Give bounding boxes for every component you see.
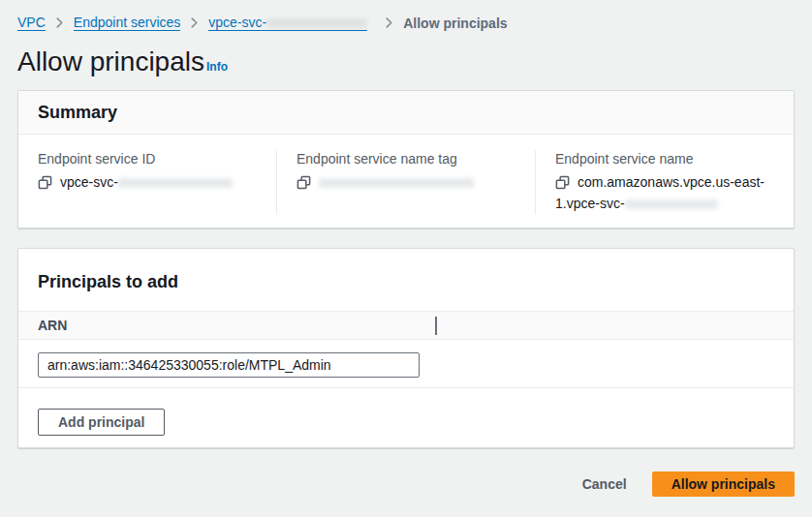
principals-card: Principals to add ARN Add principal xyxy=(17,248,795,448)
field-label: Endpoint service name xyxy=(555,150,774,167)
breadcrumb-service-id-text: vpce-svc- xyxy=(208,15,266,30)
cancel-button[interactable]: Cancel xyxy=(582,476,627,492)
principals-card-footer: Add principal xyxy=(18,388,794,447)
chevron-right-icon xyxy=(54,17,65,28)
copy-icon[interactable] xyxy=(38,175,52,190)
breadcrumb-current-page: Allow principals xyxy=(403,15,507,31)
add-principal-button[interactable]: Add principal xyxy=(38,409,165,436)
arn-column-header: ARN xyxy=(38,318,67,333)
summary-field-endpoint-service-name: Endpoint service name com.amazonaws.vpce… xyxy=(535,150,794,214)
chevron-right-icon xyxy=(189,17,200,28)
breadcrumb: VPC Endpoint services vpce-svc- Allow pr… xyxy=(0,0,812,31)
field-label: Endpoint service name tag xyxy=(297,150,515,167)
field-value: com.amazonaws.vpce.us-east-1.vpce-svc- xyxy=(555,171,774,214)
allow-principals-button[interactable]: Allow principals xyxy=(652,471,795,497)
field-value xyxy=(297,171,515,193)
redacted-text xyxy=(118,178,233,188)
arn-input[interactable] xyxy=(38,352,420,378)
chevron-right-icon xyxy=(384,17,394,28)
endpoint-service-id-value: vpce-svc- xyxy=(60,174,118,190)
page-title: Allow principals xyxy=(17,46,204,77)
summary-card: Summary Endpoint service ID vpce-svc- En… xyxy=(17,90,795,228)
info-link[interactable]: Info xyxy=(206,60,228,74)
redacted-text xyxy=(319,178,474,188)
field-value: vpce-svc- xyxy=(38,171,257,193)
breadcrumb-link-endpoint-services[interactable]: Endpoint services xyxy=(74,15,181,31)
principals-title: Principals to add xyxy=(38,271,774,292)
breadcrumb-link-endpoint-service-id[interactable]: vpce-svc- xyxy=(208,15,367,31)
summary-columns: Endpoint service ID vpce-svc- Endpoint s… xyxy=(18,135,794,228)
footer-actions: Cancel Allow principals xyxy=(17,471,795,497)
redacted-text xyxy=(625,199,718,209)
summary-title: Summary xyxy=(38,102,774,123)
column-resize-handle[interactable] xyxy=(435,317,437,335)
principal-arn-row xyxy=(18,340,794,388)
summary-field-endpoint-service-name-tag: Endpoint service name tag xyxy=(276,150,535,214)
redacted-text xyxy=(266,18,367,28)
principals-card-header: Principals to add xyxy=(18,249,794,311)
field-label: Endpoint service ID xyxy=(38,150,257,167)
page-header: Allow principals Info xyxy=(0,31,812,90)
breadcrumb-link-vpc[interactable]: VPC xyxy=(17,15,46,31)
copy-icon[interactable] xyxy=(297,175,311,190)
summary-card-header: Summary xyxy=(18,91,794,135)
copy-icon[interactable] xyxy=(555,175,570,190)
summary-field-endpoint-service-id: Endpoint service ID vpce-svc- xyxy=(18,150,276,214)
arn-column-header-row: ARN xyxy=(18,311,794,340)
